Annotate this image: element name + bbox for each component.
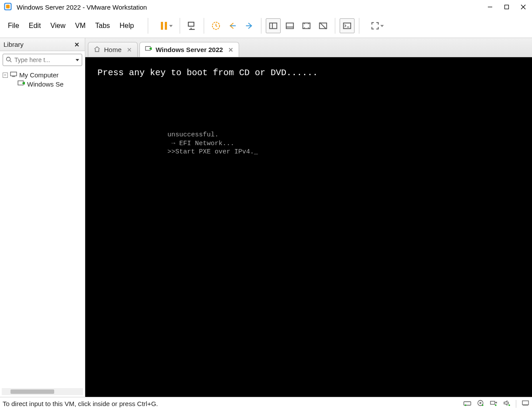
library-search-input[interactable] <box>14 56 76 63</box>
menubar: File Edit View VM Tabs Help <box>3 19 138 32</box>
svg-line-19 <box>10 60 12 62</box>
stretch-guest-button[interactable] <box>316 18 330 33</box>
minimize-button[interactable] <box>485 2 495 12</box>
toolbar-separator <box>180 18 180 34</box>
maximize-button[interactable] <box>501 2 512 12</box>
vm-running-icon <box>17 80 25 88</box>
menu-file[interactable]: File <box>3 19 24 32</box>
statusbar: To direct input to this VM, click inside… <box>0 397 532 410</box>
display-settings-icon[interactable] <box>522 400 529 408</box>
svg-rect-3 <box>505 5 509 9</box>
library-header: Library ✕ <box>0 38 85 51</box>
show-console-button[interactable] <box>282 18 297 33</box>
snapshot-manager-button[interactable] <box>242 18 257 33</box>
svg-point-30 <box>482 404 483 406</box>
svg-rect-14 <box>303 23 310 29</box>
tabs-row: Home ✕ Windows Server 2022 ✕ <box>85 38 532 57</box>
tab-close-button[interactable]: ✕ <box>127 46 132 53</box>
quick-switch-button[interactable] <box>340 18 355 33</box>
svg-rect-31 <box>490 401 495 404</box>
status-icons <box>463 400 529 408</box>
library-search[interactable] <box>3 54 82 66</box>
menu-tabs[interactable]: Tabs <box>91 19 115 32</box>
toolbar-separator <box>204 18 204 34</box>
svg-point-18 <box>7 57 10 61</box>
hard-disk-icon[interactable] <box>463 400 471 408</box>
svg-point-29 <box>480 403 481 404</box>
cd-dvd-icon[interactable] <box>476 400 484 408</box>
window-controls <box>485 2 529 12</box>
svg-rect-20 <box>10 72 17 76</box>
library-scrollbar[interactable] <box>2 388 83 395</box>
show-sidebar-button[interactable] <box>266 18 281 33</box>
svg-rect-7 <box>165 22 167 30</box>
tab-windows-server[interactable]: Windows Server 2022 ✕ <box>139 42 239 57</box>
fullscreen-button[interactable] <box>364 18 386 33</box>
svg-rect-34 <box>522 401 529 405</box>
window-titlebar: Windows Server 2022 - VMware Workstation <box>0 0 532 14</box>
tab-home-label: Home <box>104 46 122 53</box>
vm-running-icon <box>145 46 152 53</box>
library-tree: − My Computer Windows Se <box>0 69 85 388</box>
tree-root-label: My Computer <box>19 71 59 79</box>
menu-edit[interactable]: Edit <box>24 19 45 32</box>
svg-rect-17 <box>344 23 351 29</box>
search-icon <box>6 56 12 64</box>
window-title: Windows Server 2022 - VMware Workstation <box>17 3 485 11</box>
collapse-icon[interactable]: − <box>3 73 8 78</box>
menubar-row: File Edit View VM Tabs Help <box>0 14 532 38</box>
toolbar-separator <box>261 18 261 34</box>
tree-root-my-computer[interactable]: − My Computer <box>1 70 84 80</box>
home-icon <box>94 46 101 53</box>
vm-console[interactable]: Press any key to boot from CD or DVD....… <box>85 57 532 397</box>
svg-line-16 <box>320 23 327 29</box>
computer-icon <box>10 71 17 79</box>
library-panel: Library ✕ − My Computer Windows Se <box>0 38 85 397</box>
close-window-button[interactable] <box>518 2 529 12</box>
tree-item-vm[interactable]: Windows Se <box>1 80 84 89</box>
toolbar-separator <box>359 18 359 34</box>
console-boot-prompt: Press any key to boot from CD or DVD....… <box>97 68 318 78</box>
search-dropdown-icon[interactable] <box>76 59 79 61</box>
scrollbar-thumb[interactable] <box>10 389 54 394</box>
svg-point-32 <box>495 404 497 406</box>
tree-item-label: Windows Se <box>27 80 63 88</box>
svg-point-27 <box>465 404 466 406</box>
menu-vm[interactable]: VM <box>71 19 90 32</box>
svg-point-33 <box>508 404 510 406</box>
menu-help[interactable]: Help <box>115 19 139 32</box>
console-boot-block: unsuccessful. → EFI Network... >>Start P… <box>167 131 258 156</box>
menu-view[interactable]: View <box>46 19 70 32</box>
send-ctrl-alt-del-button[interactable] <box>184 18 199 33</box>
close-library-button[interactable]: ✕ <box>73 41 81 48</box>
pause-button[interactable] <box>153 18 175 33</box>
library-title: Library <box>3 41 73 48</box>
svg-rect-6 <box>161 22 163 30</box>
svg-rect-10 <box>270 23 277 29</box>
content-area: Home ✕ Windows Server 2022 ✕ Press any k… <box>85 38 532 397</box>
fit-guest-button[interactable] <box>299 18 314 33</box>
svg-rect-8 <box>188 22 194 26</box>
revert-snapshot-button[interactable] <box>225 18 240 33</box>
main-area: Library ✕ − My Computer Windows Se <box>0 38 532 397</box>
tab-active-label: Windows Server 2022 <box>156 46 223 53</box>
toolbar-separator <box>335 18 335 34</box>
status-text: To direct input to this VM, click inside… <box>3 400 463 407</box>
svg-rect-12 <box>286 23 294 29</box>
status-separator <box>516 400 516 408</box>
svg-rect-1 <box>6 4 10 8</box>
tab-home[interactable]: Home ✕ <box>88 42 138 57</box>
sound-icon[interactable] <box>503 400 511 408</box>
toolbar <box>145 18 386 34</box>
tab-close-button[interactable]: ✕ <box>228 46 233 53</box>
toolbar-separator <box>148 18 148 34</box>
network-adapter-icon[interactable] <box>490 400 497 408</box>
svg-rect-26 <box>464 402 471 405</box>
app-icon <box>3 2 12 12</box>
snapshot-button[interactable] <box>209 18 223 33</box>
